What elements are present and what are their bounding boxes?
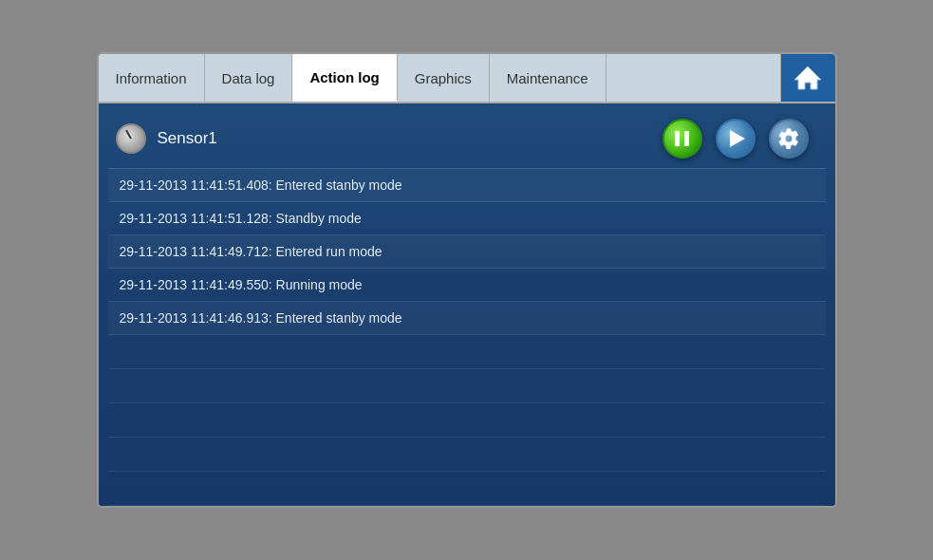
settings-button[interactable] <box>769 119 809 159</box>
tab-actionlog[interactable]: Action log <box>292 54 397 102</box>
log-entry-empty <box>108 369 826 403</box>
log-entry: 29-11-2013 11:41:51.128: Standby mode <box>108 202 826 235</box>
tab-spacer <box>606 54 780 102</box>
log-entry: 29-11-2013 11:41:46.913: Entered stanby … <box>108 302 826 335</box>
tab-information[interactable]: Information <box>99 54 205 102</box>
tab-maintenance[interactable]: Maintenance <box>490 54 606 102</box>
tab-graphics[interactable]: Graphics <box>398 54 490 102</box>
play-icon <box>730 130 745 147</box>
sensor-header: Sensor1 <box>108 113 826 168</box>
tab-datalog[interactable]: Data log <box>205 54 293 102</box>
play-button[interactable] <box>716 119 756 159</box>
pause-icon <box>675 131 689 146</box>
log-entry-empty <box>108 335 826 369</box>
app-window: Information Data log Action log Graphics… <box>97 52 837 508</box>
log-entry-empty <box>108 506 826 508</box>
home-button[interactable] <box>780 54 835 102</box>
log-entry-empty <box>108 472 826 506</box>
log-entry: 29-11-2013 11:41:51.408: Entered stanby … <box>108 169 826 202</box>
svg-marker-0 <box>794 66 821 89</box>
gear-icon <box>777 127 800 150</box>
pause-button[interactable] <box>662 119 702 159</box>
main-content: Sensor1 <box>99 103 835 508</box>
sensor-name: Sensor1 <box>158 129 651 148</box>
control-buttons <box>662 119 809 159</box>
home-icon <box>793 63 823 93</box>
tab-bar: Information Data log Action log Graphics… <box>99 54 835 103</box>
log-entry-empty <box>108 403 826 438</box>
log-area: 29-11-2013 11:41:51.408: Entered stanby … <box>108 168 826 508</box>
log-entry: 29-11-2013 11:41:49.712: Entered run mod… <box>108 235 826 269</box>
sensor-icon <box>116 123 146 154</box>
log-entry-empty <box>108 438 826 472</box>
log-entry: 29-11-2013 11:41:49.550: Running mode <box>108 269 826 302</box>
